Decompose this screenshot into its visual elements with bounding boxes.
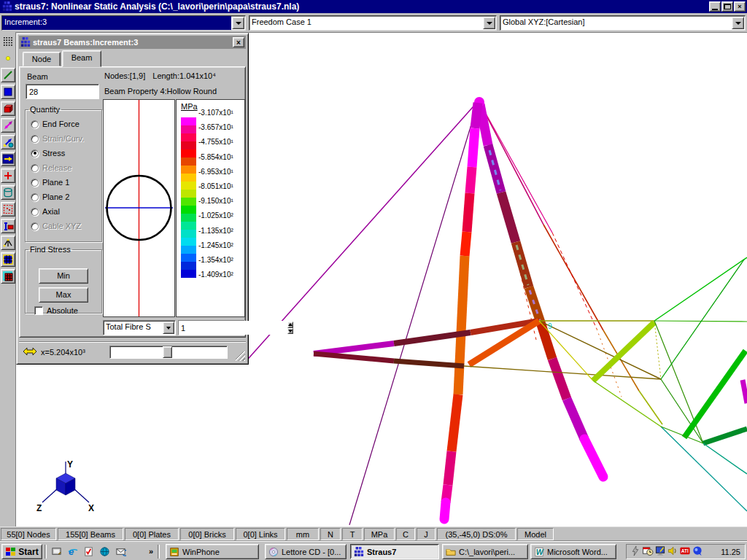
show-desktop-icon[interactable]: [48, 545, 64, 559]
chevron-down-icon[interactable]: [732, 17, 744, 29]
fibre-point-spinner[interactable]: [178, 320, 245, 335]
radio-label: Release: [42, 163, 71, 172]
add-node-icon[interactable]: [1, 168, 15, 183]
absolute-checkbox[interactable]: Absolute: [34, 306, 78, 315]
left-leg-tube[interactable]: [444, 103, 478, 519]
select-icon[interactable]: [1, 202, 15, 217]
legend-value: -1.354x10²: [198, 256, 233, 264]
attach-icon[interactable]: [1, 135, 15, 149]
truss-beams[interactable]: [314, 321, 661, 379]
double-arrow-icon[interactable]: [23, 347, 36, 356]
status-cell[interactable]: 0[0] Bricks: [180, 528, 234, 540]
cylinder-icon[interactable]: [1, 185, 15, 200]
task-label: Straus7: [367, 548, 396, 556]
ati-icon[interactable]: ATI: [679, 545, 692, 558]
tab-beam[interactable]: Beam: [62, 50, 101, 67]
radio-stress[interactable]: Stress: [26, 146, 101, 160]
close-button[interactable]: ×: [734, 1, 746, 12]
checkbox-icon[interactable]: [34, 306, 43, 315]
brick-icon[interactable]: [1, 101, 15, 116]
status-cell[interactable]: 55[0] Nodes: [1, 528, 56, 540]
cable-beam[interactable]: [552, 233, 597, 329]
beams-palette-window[interactable]: straus7 Beams:Increment:3 × Node Beam Be…: [16, 33, 249, 365]
beam-icon[interactable]: [1, 68, 15, 82]
netmeeting-icon[interactable]: [96, 545, 112, 559]
radio-icon[interactable]: [31, 149, 39, 158]
status-cell[interactable]: C: [396, 528, 415, 540]
legend-color-band: [181, 214, 196, 222]
restore-button[interactable]: [721, 1, 733, 12]
status-cell[interactable]: J: [417, 528, 436, 540]
internet-explorer-icon[interactable]: e: [64, 545, 80, 559]
status-cell[interactable]: MPa: [364, 528, 395, 540]
max-button[interactable]: Max: [39, 287, 88, 303]
radio-end-force[interactable]: End Force: [26, 117, 101, 131]
volume-icon[interactable]: [667, 545, 679, 558]
status-cell[interactable]: T: [342, 528, 363, 540]
status-cell[interactable]: 0[0] Links: [236, 528, 285, 540]
start-button[interactable]: Start: [1, 544, 42, 559]
spin-up-icon[interactable]: [287, 322, 293, 328]
radio-axial[interactable]: Axial: [26, 204, 101, 219]
clock[interactable]: 11.25: [721, 548, 742, 556]
status-cell[interactable]: 0[0] Plates: [125, 528, 179, 540]
increment-combobox[interactable]: Increment:3: [1, 15, 246, 31]
status-cell[interactable]: Model: [517, 528, 554, 540]
plate-icon[interactable]: [1, 85, 15, 99]
chevron-down-icon[interactable]: [232, 17, 244, 29]
green-truss[interactable]: [539, 257, 747, 511]
slider-thumb[interactable]: [163, 346, 172, 358]
frame-icon[interactable]: [1, 236, 15, 250]
radio-icon[interactable]: [31, 120, 39, 128]
spin-down-icon[interactable]: [287, 328, 293, 335]
resize-grip[interactable]: [236, 351, 245, 361]
mail-icon[interactable]: [112, 545, 128, 559]
beam-number-input[interactable]: [26, 84, 99, 99]
brick-grid-icon[interactable]: [1, 269, 15, 284]
position-slider[interactable]: [109, 346, 228, 359]
fibre-point-value[interactable]: [179, 321, 287, 335]
node-icon[interactable]: [1, 51, 15, 66]
radio-icon[interactable]: [31, 179, 39, 187]
min-button[interactable]: Min: [39, 268, 88, 284]
right-leg-tube[interactable]: [480, 104, 603, 477]
coordinate-system-combobox[interactable]: Global XYZ:[Cartesian]: [500, 15, 746, 31]
legend-color-band: [181, 254, 196, 262]
scheduler-icon[interactable]: [642, 545, 654, 558]
taskbar-button-straus[interactable]: Straus7: [350, 544, 439, 559]
freedom-case-combobox[interactable]: Freedom Case 1: [249, 15, 497, 31]
radio-plane-2[interactable]: Plane 2: [26, 190, 101, 204]
chevron-down-icon[interactable]: [483, 17, 495, 29]
task-check-icon[interactable]: [80, 545, 96, 559]
fibre-stress-combobox[interactable]: Total Fibre S: [103, 320, 176, 335]
taskbar-button-winphone[interactable]: WinPhone: [166, 544, 259, 559]
tab-node[interactable]: Node: [23, 52, 61, 66]
status-cell[interactable]: N: [320, 528, 341, 540]
window-titlebar[interactable]: straus7: Nonlinear Static Analysis (C:\_…: [0, 0, 747, 13]
cable-beam[interactable]: [543, 225, 603, 330]
palette-titlebar[interactable]: straus7 Beams:Increment:3 ×: [19, 36, 246, 49]
taskbar-button-folder[interactable]: C:\_lavori\peri...: [442, 544, 528, 559]
taskbar-button-word[interactable]: WMicrosoft Word...: [530, 544, 616, 559]
link-icon[interactable]: [1, 118, 15, 133]
section-icon[interactable]: [1, 219, 15, 233]
status-cell[interactable]: 155[0] Beams: [58, 528, 123, 540]
radio-icon[interactable]: [31, 208, 39, 216]
status-cell[interactable]: (35,-45,0) DS:0%: [437, 528, 516, 540]
beam-length-info: Length:1.041x10⁴: [152, 71, 216, 80]
messenger-icon[interactable]: [692, 545, 704, 558]
load-icon[interactable]: [1, 152, 15, 166]
taskbar-button-cd[interactable]: Lettore CD - [0...: [265, 544, 347, 559]
status-cell[interactable]: mm: [287, 528, 319, 540]
left-toolbar: [0, 32, 16, 526]
radio-plane-1[interactable]: Plane 1: [26, 175, 101, 190]
overflow-chevron[interactable]: »: [146, 547, 153, 556]
radio-icon[interactable]: [31, 193, 39, 201]
plate-grid-icon[interactable]: [1, 252, 15, 267]
display-icon[interactable]: [654, 545, 667, 558]
power-icon[interactable]: [630, 545, 642, 558]
cross-section-view[interactable]: [103, 99, 175, 317]
palette-close-button[interactable]: ×: [233, 37, 244, 47]
minimize-button[interactable]: [709, 1, 721, 12]
chevron-down-icon[interactable]: [163, 322, 174, 334]
